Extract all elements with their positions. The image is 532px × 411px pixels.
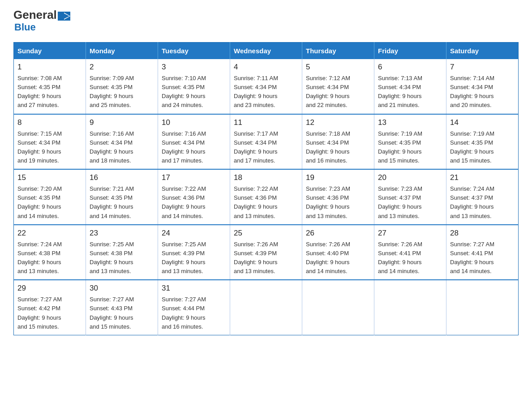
column-header-friday: Friday	[374, 43, 446, 60]
column-header-saturday: Saturday	[446, 43, 519, 60]
day-number: 11	[234, 118, 298, 127]
calendar-cell	[374, 280, 446, 335]
day-info: Sunrise: 7:27 AM Sunset: 4:41 PM Dayligh…	[450, 240, 515, 276]
calendar-cell: 10 Sunrise: 7:16 AM Sunset: 4:34 PM Dayl…	[158, 114, 230, 170]
day-number: 7	[450, 63, 515, 72]
calendar-cell: 24 Sunrise: 7:25 AM Sunset: 4:39 PM Dayl…	[158, 225, 230, 280]
day-info: Sunrise: 7:22 AM Sunset: 4:36 PM Dayligh…	[162, 184, 226, 221]
calendar-cell: 27 Sunrise: 7:26 AM Sunset: 4:41 PM Dayl…	[374, 225, 446, 280]
day-number: 31	[162, 284, 226, 293]
day-info: Sunrise: 7:26 AM Sunset: 4:40 PM Dayligh…	[306, 240, 370, 276]
day-info: Sunrise: 7:19 AM Sunset: 4:35 PM Dayligh…	[450, 129, 515, 166]
day-info: Sunrise: 7:27 AM Sunset: 4:43 PM Dayligh…	[90, 295, 154, 331]
logo: General Blue	[13, 9, 71, 33]
day-info: Sunrise: 7:15 AM Sunset: 4:34 PM Dayligh…	[17, 129, 82, 166]
day-number: 12	[306, 118, 370, 127]
calendar-cell: 22 Sunrise: 7:24 AM Sunset: 4:38 PM Dayl…	[14, 225, 86, 280]
calendar-table: SundayMondayTuesdayWednesdayThursdayFrid…	[13, 42, 519, 335]
day-info: Sunrise: 7:08 AM Sunset: 4:35 PM Dayligh…	[17, 74, 82, 110]
day-info: Sunrise: 7:12 AM Sunset: 4:34 PM Dayligh…	[306, 74, 370, 110]
calendar-cell	[446, 280, 519, 335]
day-info: Sunrise: 7:16 AM Sunset: 4:34 PM Dayligh…	[90, 129, 154, 166]
calendar-cell: 29 Sunrise: 7:27 AM Sunset: 4:42 PM Dayl…	[14, 280, 86, 335]
calendar-cell: 11 Sunrise: 7:17 AM Sunset: 4:34 PM Dayl…	[230, 114, 302, 170]
day-info: Sunrise: 7:18 AM Sunset: 4:34 PM Dayligh…	[306, 129, 370, 166]
day-info: Sunrise: 7:24 AM Sunset: 4:37 PM Dayligh…	[450, 184, 515, 221]
day-number: 21	[450, 173, 515, 182]
calendar-cell: 8 Sunrise: 7:15 AM Sunset: 4:34 PM Dayli…	[14, 114, 86, 170]
day-number: 10	[162, 118, 226, 127]
day-number: 27	[378, 229, 442, 238]
calendar-cell: 21 Sunrise: 7:24 AM Sunset: 4:37 PM Dayl…	[446, 169, 519, 225]
calendar-cell: 6 Sunrise: 7:13 AM Sunset: 4:34 PM Dayli…	[374, 59, 446, 114]
day-number: 16	[90, 173, 154, 182]
calendar-cell	[302, 280, 374, 335]
calendar-week-3: 15 Sunrise: 7:20 AM Sunset: 4:35 PM Dayl…	[14, 169, 519, 225]
day-number: 25	[234, 229, 298, 238]
calendar-header-row: SundayMondayTuesdayWednesdayThursdayFrid…	[14, 43, 519, 60]
day-info: Sunrise: 7:17 AM Sunset: 4:34 PM Dayligh…	[234, 129, 298, 166]
calendar-cell: 15 Sunrise: 7:20 AM Sunset: 4:35 PM Dayl…	[14, 169, 86, 225]
day-number: 17	[162, 173, 226, 182]
day-info: Sunrise: 7:16 AM Sunset: 4:34 PM Dayligh…	[162, 129, 226, 166]
calendar-cell: 20 Sunrise: 7:23 AM Sunset: 4:37 PM Dayl…	[374, 169, 446, 225]
calendar-week-5: 29 Sunrise: 7:27 AM Sunset: 4:42 PM Dayl…	[14, 280, 519, 335]
calendar-cell: 26 Sunrise: 7:26 AM Sunset: 4:40 PM Dayl…	[302, 225, 374, 280]
day-info: Sunrise: 7:09 AM Sunset: 4:35 PM Dayligh…	[90, 74, 154, 110]
day-number: 14	[450, 118, 515, 127]
day-number: 6	[378, 63, 442, 72]
column-header-sunday: Sunday	[14, 43, 86, 60]
calendar-cell: 12 Sunrise: 7:18 AM Sunset: 4:34 PM Dayl…	[302, 114, 374, 170]
calendar-cell: 5 Sunrise: 7:12 AM Sunset: 4:34 PM Dayli…	[302, 59, 374, 114]
column-header-monday: Monday	[86, 43, 158, 60]
calendar-cell: 23 Sunrise: 7:25 AM Sunset: 4:38 PM Dayl…	[86, 225, 158, 280]
day-info: Sunrise: 7:27 AM Sunset: 4:42 PM Dayligh…	[17, 295, 82, 331]
calendar-cell: 31 Sunrise: 7:27 AM Sunset: 4:44 PM Dayl…	[158, 280, 230, 335]
day-info: Sunrise: 7:19 AM Sunset: 4:35 PM Dayligh…	[378, 129, 442, 166]
day-number: 5	[306, 63, 370, 72]
day-info: Sunrise: 7:23 AM Sunset: 4:36 PM Dayligh…	[306, 184, 370, 221]
day-number: 28	[450, 229, 515, 238]
day-number: 4	[234, 63, 298, 72]
column-header-thursday: Thursday	[302, 43, 374, 60]
day-number: 9	[90, 118, 154, 127]
day-info: Sunrise: 7:21 AM Sunset: 4:35 PM Dayligh…	[90, 184, 154, 221]
day-info: Sunrise: 7:20 AM Sunset: 4:35 PM Dayligh…	[17, 184, 82, 221]
day-info: Sunrise: 7:11 AM Sunset: 4:34 PM Dayligh…	[234, 74, 298, 110]
calendar-cell: 3 Sunrise: 7:10 AM Sunset: 4:35 PM Dayli…	[158, 59, 230, 114]
day-number: 13	[378, 118, 442, 127]
day-number: 29	[17, 284, 82, 293]
calendar-week-1: 1 Sunrise: 7:08 AM Sunset: 4:35 PM Dayli…	[14, 59, 519, 114]
column-header-tuesday: Tuesday	[158, 43, 230, 60]
day-number: 18	[234, 173, 298, 182]
calendar-week-4: 22 Sunrise: 7:24 AM Sunset: 4:38 PM Dayl…	[14, 225, 519, 280]
day-number: 23	[90, 229, 154, 238]
day-info: Sunrise: 7:25 AM Sunset: 4:39 PM Dayligh…	[162, 240, 226, 276]
day-number: 15	[17, 173, 82, 182]
calendar-cell: 7 Sunrise: 7:14 AM Sunset: 4:34 PM Dayli…	[446, 59, 519, 114]
column-header-wednesday: Wednesday	[230, 43, 302, 60]
logo-blue-text: Blue	[13, 21, 36, 33]
calendar-cell: 19 Sunrise: 7:23 AM Sunset: 4:36 PM Dayl…	[302, 169, 374, 225]
day-number: 20	[378, 173, 442, 182]
day-number: 3	[162, 63, 226, 72]
day-info: Sunrise: 7:24 AM Sunset: 4:38 PM Dayligh…	[17, 240, 82, 276]
calendar-cell: 18 Sunrise: 7:22 AM Sunset: 4:36 PM Dayl…	[230, 169, 302, 225]
logo-flag-icon	[58, 12, 70, 21]
calendar-cell	[230, 280, 302, 335]
calendar-cell: 13 Sunrise: 7:19 AM Sunset: 4:35 PM Dayl…	[374, 114, 446, 170]
day-info: Sunrise: 7:14 AM Sunset: 4:34 PM Dayligh…	[450, 74, 515, 110]
day-number: 22	[17, 229, 82, 238]
day-info: Sunrise: 7:23 AM Sunset: 4:37 PM Dayligh…	[378, 184, 442, 221]
calendar-cell: 17 Sunrise: 7:22 AM Sunset: 4:36 PM Dayl…	[158, 169, 230, 225]
calendar-week-2: 8 Sunrise: 7:15 AM Sunset: 4:34 PM Dayli…	[14, 114, 519, 170]
calendar-cell: 2 Sunrise: 7:09 AM Sunset: 4:35 PM Dayli…	[86, 59, 158, 114]
calendar-cell: 25 Sunrise: 7:26 AM Sunset: 4:39 PM Dayl…	[230, 225, 302, 280]
calendar-cell: 1 Sunrise: 7:08 AM Sunset: 4:35 PM Dayli…	[14, 59, 86, 114]
day-info: Sunrise: 7:10 AM Sunset: 4:35 PM Dayligh…	[162, 74, 226, 110]
day-number: 30	[90, 284, 154, 293]
day-info: Sunrise: 7:13 AM Sunset: 4:34 PM Dayligh…	[378, 74, 442, 110]
day-info: Sunrise: 7:22 AM Sunset: 4:36 PM Dayligh…	[234, 184, 298, 221]
day-number: 26	[306, 229, 370, 238]
logo-general-text: General	[13, 9, 57, 21]
